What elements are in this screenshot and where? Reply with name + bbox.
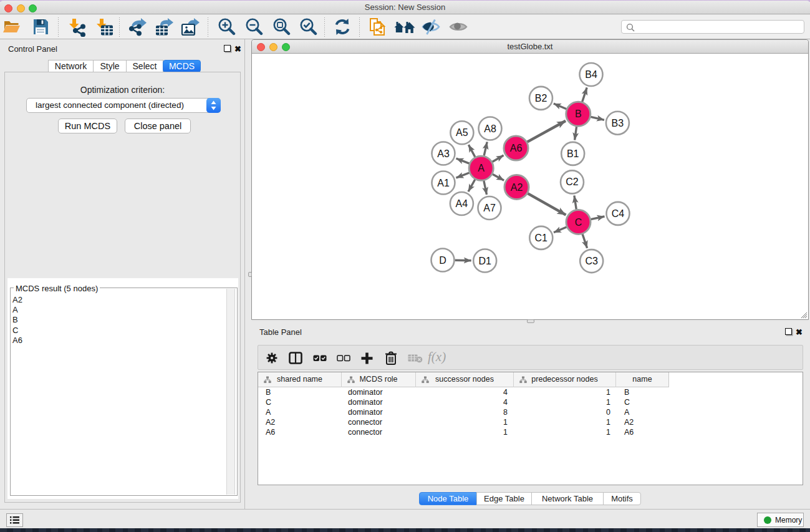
- svg-text:B2: B2: [535, 93, 547, 104]
- svg-text:C4: C4: [612, 208, 625, 219]
- svg-text:A8: A8: [484, 123, 496, 134]
- svg-text:B: B: [575, 109, 582, 119]
- svg-text:A4: A4: [456, 198, 468, 209]
- svg-text:C: C: [575, 217, 582, 228]
- svg-text:D: D: [439, 255, 446, 266]
- svg-text:A6: A6: [510, 143, 523, 153]
- svg-text:C2: C2: [566, 177, 579, 187]
- svg-text:C3: C3: [585, 256, 598, 266]
- svg-text:D1: D1: [478, 256, 491, 266]
- svg-text:A: A: [478, 163, 485, 173]
- svg-text:A3: A3: [437, 148, 450, 159]
- svg-text:A1: A1: [437, 178, 450, 188]
- svg-text:A2: A2: [511, 182, 523, 193]
- svg-text:B1: B1: [567, 148, 579, 159]
- svg-text:A7: A7: [483, 203, 496, 213]
- svg-text:C1: C1: [535, 233, 548, 243]
- svg-text:B3: B3: [612, 118, 624, 128]
- svg-text:B4: B4: [585, 69, 597, 80]
- svg-text:A5: A5: [456, 127, 468, 138]
